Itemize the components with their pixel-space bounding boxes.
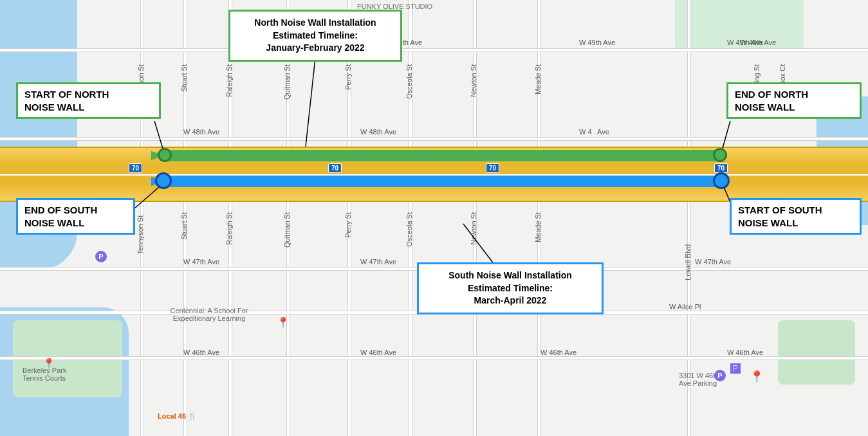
label-46th-1: W 46th Ave <box>183 349 219 356</box>
i70-shield-1: 70 <box>129 163 142 173</box>
label-newton: Newton St <box>470 212 477 245</box>
label-newton-top: Newton St <box>470 64 477 97</box>
north-wall-end-dot <box>713 148 727 162</box>
south-start-label: START OF SOUTH NOISE WALL <box>730 198 862 235</box>
south-callout-line2: Estimated Timeline: <box>427 282 594 295</box>
north-callout-line1: North Noise Wall Installation <box>238 17 392 30</box>
street-46th <box>0 356 868 360</box>
south-callout-line1: South Noise Wall Installation <box>427 269 594 282</box>
south-end-label: END OF SOUTH NOISE WALL <box>16 198 135 235</box>
location-pin-right: 📍 <box>750 370 764 384</box>
label-stuart: Stuart St <box>180 212 188 240</box>
label-49th-2: W 49th Ave <box>579 39 615 46</box>
south-wall-end-dot <box>155 172 172 189</box>
label-46th-3: W 46th Ave <box>540 349 577 356</box>
label-meade-top: Meade St <box>534 64 542 95</box>
parking-icon-left: P <box>95 251 107 262</box>
label-47th-1: W 47th Ave <box>183 258 219 266</box>
label-raleigh-top: Raleigh St <box>225 64 233 97</box>
label-48th-right: W 48th Ave <box>740 39 776 46</box>
poi-berkeley: Berkeley ParkTennis Courts <box>23 367 66 382</box>
label-osceola: Osceola St <box>405 212 413 247</box>
poi-centennial-pin: 📍 <box>277 316 290 329</box>
poi-parking-pin: 🅿 <box>730 363 741 375</box>
label-48th-1: W 48th Ave <box>183 128 219 136</box>
south-wall-svg <box>151 172 730 190</box>
south-callout: South Noise Wall Installation Estimated … <box>417 262 604 314</box>
street-48th <box>0 137 868 141</box>
label-alice: W Alice Pl <box>669 303 701 311</box>
park-bottom-right <box>778 320 855 385</box>
north-wall-svg <box>151 147 730 165</box>
north-callout-date: January-February 2022 <box>238 42 392 55</box>
i70-shield-2: 70 <box>328 163 342 173</box>
label-46th-4: W 46th Ave <box>727 349 763 356</box>
poi-centennial: Centennial: A School ForExpeditionary Le… <box>145 307 273 322</box>
map-container: Tennyson St Stuart St Raleigh St Quitman… <box>0 0 868 436</box>
label-47th-2: W 47th Ave <box>360 258 396 266</box>
label-quitman-top: Quitman St <box>283 64 291 100</box>
label-perry-top: Perry St <box>344 64 352 90</box>
i70-shield-3: 70 <box>486 163 499 173</box>
label-quitman: Quitman St <box>283 212 291 248</box>
label-48th-3: W 4 Ave <box>579 128 609 136</box>
i70-shield-4: 70 <box>714 163 728 173</box>
label-tennyson: Tennyson St <box>136 215 144 255</box>
north-wall-start-dot <box>158 148 172 162</box>
label-osceola-top: Osceola St <box>405 64 413 99</box>
north-callout-line2: Estimated Timeline: <box>238 30 392 42</box>
poi-local46: Local 46 🍴 <box>158 412 197 421</box>
south-callout-date: March-April 2022 <box>427 295 594 307</box>
street-49th <box>0 48 868 52</box>
north-callout: North Noise Wall Installation Estimated … <box>228 10 402 62</box>
label-perry: Perry St <box>344 212 352 238</box>
label-lowell: Lowell Blvd <box>684 244 692 280</box>
north-end-label: END OF NORTH NOISE WALL <box>726 82 862 119</box>
label-meade: Meade St <box>534 212 542 242</box>
label-48th-2: W 48th Ave <box>360 128 396 136</box>
label-stuart-top: Stuart St <box>180 64 188 92</box>
label-raleigh: Raleigh St <box>225 212 233 245</box>
street-lowell <box>687 0 691 436</box>
north-start-label: START OF NORTH NOISE WALL <box>16 82 161 119</box>
label-46th-2: W 46th Ave <box>360 349 396 356</box>
parking-icon-right: P <box>714 370 726 381</box>
poi-parking: 3301 W 46thAve Parking <box>679 372 719 387</box>
south-wall-start-dot <box>713 172 730 189</box>
label-47th-3: W 47th Ave <box>695 258 731 266</box>
